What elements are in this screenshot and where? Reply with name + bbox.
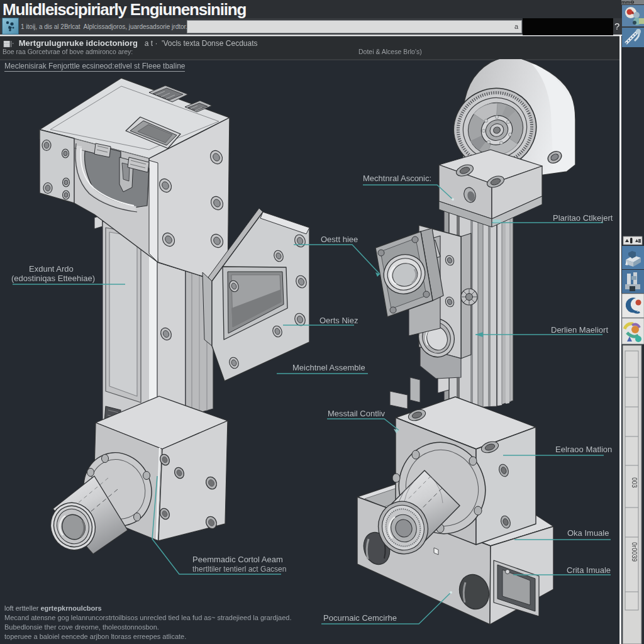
svg-text:0r0039: 0r0039 xyxy=(631,542,638,562)
svg-text:003: 003 xyxy=(631,477,638,488)
